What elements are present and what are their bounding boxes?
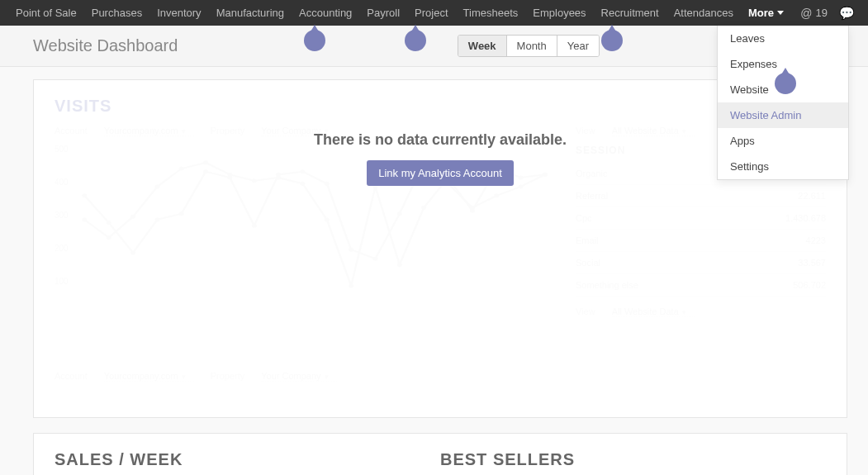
inbox-indicator[interactable]: @ 19 [794,7,834,20]
svg-point-27 [252,224,257,228]
nav-recruitment[interactable]: Recruitment [594,0,666,26]
svg-point-24 [179,211,184,216]
dd-apps[interactable]: Apps [718,128,848,154]
svg-point-2 [130,215,135,219]
nav-manufacturing[interactable]: Manufacturing [209,0,292,26]
nav-more-label: More [748,0,774,26]
dd-website-admin[interactable]: Website Admin [718,102,848,128]
svg-point-37 [494,193,499,197]
best-sellers-heading: BEST SELLERS [440,450,826,469]
svg-point-11 [349,283,353,287]
hint-drip-icon[interactable] [601,30,623,51]
range-month[interactable]: Month [506,36,557,56]
filter-property-value[interactable]: Your Company [261,371,336,382]
session-row: Referral22.611 [576,185,826,207]
chart-bottom-filters: Account Yourcompany.com Property Your Co… [55,371,337,382]
nav-employees[interactable]: Employees [525,0,593,26]
filter-property-label: Property [211,371,245,382]
svg-point-0 [82,217,87,221]
svg-point-10 [325,217,330,221]
y-tick: 100 [55,277,69,286]
nav-more-dropdown[interactable]: More [741,0,791,26]
svg-point-13 [397,263,402,267]
nav-project[interactable]: Project [407,0,455,26]
dd-settings[interactable]: Settings [718,154,848,179]
link-analytics-button[interactable]: Link my Analytics Account [367,160,514,186]
filter-view-value[interactable]: All Website Data [612,306,695,317]
inbox-count: 19 [816,7,828,19]
svg-point-36 [470,206,475,210]
range-week[interactable]: Week [458,36,506,56]
nav-purchases[interactable]: Purchases [84,0,149,26]
filter-account-label: Account [55,371,88,382]
time-range-switch: Week Month Year [458,35,600,57]
svg-point-31 [349,248,353,252]
more-dropdown-menu: Leaves Expenses Website Website Admin Ap… [717,26,849,180]
page-title: Website Dashboard [33,36,178,55]
nav-timesheets[interactable]: Timesheets [456,0,526,26]
caret-down-icon [777,11,784,15]
filter-account-value[interactable]: Yourcompany.com [104,371,194,382]
filter-view-label: View [576,306,595,317]
sales-heading: SALES / WEEK [55,450,440,469]
nav-inventory[interactable]: Inventory [149,0,208,26]
nav-point-of-sale[interactable]: Point of Sale [8,0,84,26]
session-row: Cpc1.430.678 [576,207,826,230]
nav-payroll[interactable]: Payroll [359,0,407,26]
at-icon: @ [800,7,812,20]
hint-drip-icon[interactable] [775,73,796,94]
chat-icon[interactable]: 💬 [834,6,860,21]
svg-point-1 [107,235,111,240]
visits-heading: VISITS [55,97,826,116]
hint-drip-icon[interactable] [304,30,325,51]
svg-point-32 [372,257,377,261]
sales-card: SALES / WEEK BEST SELLERS [33,433,847,475]
svg-point-14 [421,206,426,210]
nav-attendances[interactable]: Attendances [666,0,741,26]
session-row: Social33.567 [576,252,826,274]
y-tick: 300 [55,211,69,220]
svg-point-33 [397,211,402,216]
session-row: Something else506.702 [576,274,826,297]
top-nav: Point of Sale Purchases Inventory Manufa… [0,0,868,26]
svg-point-22 [130,250,135,254]
session-row: Email4223 [576,230,826,252]
y-tick: 200 [55,244,69,253]
session-bottom-filter: View All Website Data [576,306,826,317]
range-year[interactable]: Year [557,36,599,56]
svg-point-21 [107,221,111,225]
nav-accounting[interactable]: Accounting [292,0,359,26]
dd-leaves[interactable]: Leaves [718,26,848,51]
hint-drip-icon[interactable] [405,30,426,51]
svg-point-20 [82,193,87,197]
svg-point-23 [154,217,159,221]
